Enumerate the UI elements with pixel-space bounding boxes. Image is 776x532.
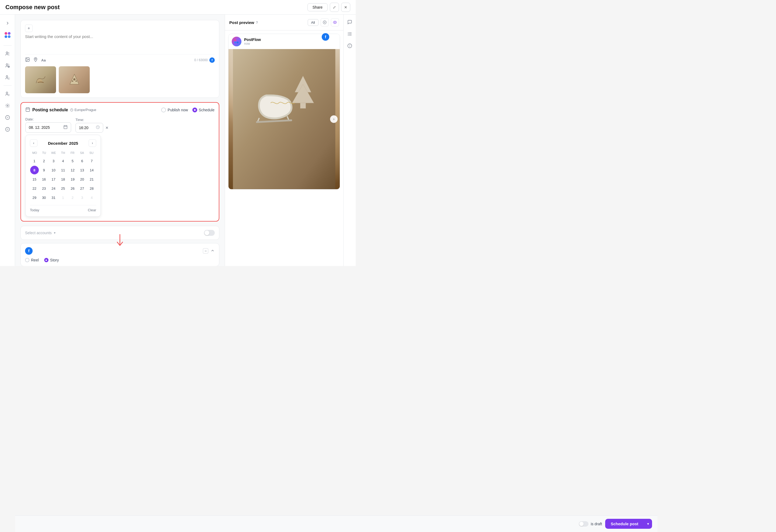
- cal-day-9[interactable]: 9: [40, 166, 48, 174]
- sidebar-item-settings[interactable]: [2, 100, 13, 111]
- clear-time-button[interactable]: ✕: [106, 126, 109, 130]
- sidebar-item-circle-pinterest[interactable]: [2, 124, 13, 135]
- cal-day-10[interactable]: 10: [49, 166, 58, 174]
- cal-day-next-2[interactable]: 2: [68, 193, 77, 202]
- schedule-option[interactable]: Schedule: [192, 108, 214, 113]
- sidebar-collapse-button[interactable]: [2, 18, 13, 29]
- cal-day-12[interactable]: 12: [68, 166, 77, 174]
- cal-day-26[interactable]: 26: [68, 184, 77, 193]
- sidebar-item-linkedin[interactable]: [2, 72, 13, 83]
- image-upload-icon[interactable]: [25, 57, 30, 63]
- chat-icon[interactable]: [346, 18, 354, 26]
- calendar-picker-icon[interactable]: [63, 125, 68, 130]
- share-button[interactable]: Share: [308, 3, 328, 11]
- eye-icon[interactable]: [331, 18, 339, 26]
- cal-day-next-1[interactable]: 1: [59, 193, 67, 202]
- cal-day-15[interactable]: 15: [30, 175, 39, 184]
- cal-day-1[interactable]: 1: [30, 157, 39, 165]
- cal-day-16[interactable]: 16: [40, 175, 48, 184]
- today-button[interactable]: Today: [30, 208, 39, 212]
- cal-day-11[interactable]: 11: [59, 166, 67, 174]
- schedule-radio[interactable]: [192, 108, 197, 113]
- text-format-icon[interactable]: Aa: [41, 58, 46, 62]
- info-icon[interactable]: [346, 41, 354, 50]
- svg-point-4: [6, 52, 8, 53]
- cal-day-18[interactable]: 18: [59, 175, 67, 184]
- svg-point-2: [5, 35, 7, 38]
- cal-day-27[interactable]: 27: [78, 184, 86, 193]
- image-thumb-2-inner: [59, 66, 90, 93]
- post-content-input[interactable]: [25, 34, 215, 50]
- time-input[interactable]: [79, 126, 94, 130]
- cal-day-22[interactable]: 22: [30, 184, 39, 193]
- list-check-icon[interactable]: [346, 30, 354, 38]
- calendar-next-button[interactable]: ›: [88, 139, 96, 147]
- clear-button[interactable]: Clear: [88, 208, 96, 212]
- cal-day-29[interactable]: 29: [30, 193, 39, 202]
- cal-day-13[interactable]: 13: [78, 166, 86, 174]
- collapse-section-button[interactable]: −: [203, 248, 208, 253]
- toolbar-left: Aa: [25, 57, 46, 63]
- cal-day-19[interactable]: 19: [68, 175, 77, 184]
- svg-point-0: [5, 32, 7, 35]
- cal-day-5[interactable]: 5: [68, 157, 77, 165]
- sidebar-item-accounts[interactable]: [2, 60, 13, 71]
- sidebar-item-circle-linkedin[interactable]: [2, 112, 13, 123]
- cal-day-4[interactable]: 4: [59, 157, 67, 165]
- sidebar-item-pinterest[interactable]: [2, 88, 13, 99]
- cal-day-25[interactable]: 25: [59, 184, 67, 193]
- account-placeholder: Select accounts: [25, 231, 52, 235]
- story-option[interactable]: Story: [44, 258, 59, 262]
- cal-day-20[interactable]: 20: [78, 175, 86, 184]
- reel-option[interactable]: Reel: [25, 258, 39, 262]
- preview-next-arrow[interactable]: ›: [330, 115, 338, 123]
- cal-day-21[interactable]: 21: [87, 175, 96, 184]
- right-panel-actions: All: [308, 18, 339, 26]
- scroll-arrow-indicator: [115, 234, 125, 250]
- calendar-prev-button[interactable]: ‹: [30, 139, 37, 147]
- cal-day-3[interactable]: 3: [49, 157, 58, 165]
- svg-point-30: [234, 39, 236, 41]
- schedule-options: Publish now Schedule: [161, 108, 214, 113]
- cal-day-17[interactable]: 17: [49, 175, 58, 184]
- close-icon[interactable]: ✕: [341, 3, 350, 12]
- cal-day-14[interactable]: 14: [87, 166, 96, 174]
- cal-day-31[interactable]: 31: [49, 193, 58, 202]
- reel-radio[interactable]: [25, 258, 29, 262]
- add-preview-icon[interactable]: [321, 18, 329, 26]
- cal-day-30[interactable]: 30: [40, 193, 48, 202]
- minimize-icon[interactable]: ⤢: [330, 3, 339, 12]
- add-content-button[interactable]: +: [25, 24, 33, 32]
- calendar-popup: ‹ December 2025 › MO TU WE TH FR SA: [25, 135, 101, 217]
- all-tab-button[interactable]: All: [308, 19, 319, 26]
- cal-day-7[interactable]: 7: [87, 157, 96, 165]
- cal-day-28[interactable]: 28: [87, 184, 96, 193]
- svg-point-21: [73, 78, 75, 80]
- publish-now-option[interactable]: Publish now: [161, 108, 188, 113]
- preview-brand-info: PostFlow now: [244, 37, 261, 45]
- sidebar-item-users[interactable]: [2, 48, 13, 59]
- cal-day-23[interactable]: 23: [40, 184, 48, 193]
- preview-image-content: [228, 49, 340, 189]
- svg-point-33: [236, 41, 238, 43]
- image-thumb-1[interactable]: [25, 66, 56, 93]
- story-radio[interactable]: [44, 258, 48, 262]
- image-thumb-2[interactable]: [59, 66, 90, 93]
- location-icon[interactable]: [33, 57, 38, 63]
- schedule-header: Posting schedule Europe/Prague Publish n…: [25, 107, 214, 113]
- cal-day-6[interactable]: 6: [78, 157, 86, 165]
- cal-day-2[interactable]: 2: [40, 157, 48, 165]
- account-toggle[interactable]: [204, 230, 215, 236]
- date-input[interactable]: [29, 125, 61, 130]
- cal-day-8[interactable]: 8: [30, 166, 39, 174]
- compose-toolbar: Aa 0 / 63000 f: [25, 54, 215, 63]
- help-icon[interactable]: ?: [256, 20, 258, 24]
- section-chevron-up-icon[interactable]: [210, 248, 215, 253]
- cal-day-next-3[interactable]: 3: [78, 193, 86, 202]
- cal-day-next-4[interactable]: 4: [87, 193, 96, 202]
- clock-icon: [96, 125, 100, 130]
- time-label: Time:: [75, 118, 109, 122]
- cal-day-24[interactable]: 24: [49, 184, 58, 193]
- publish-now-radio[interactable]: [161, 108, 166, 113]
- account-select-trigger[interactable]: Select accounts ▾: [25, 231, 55, 235]
